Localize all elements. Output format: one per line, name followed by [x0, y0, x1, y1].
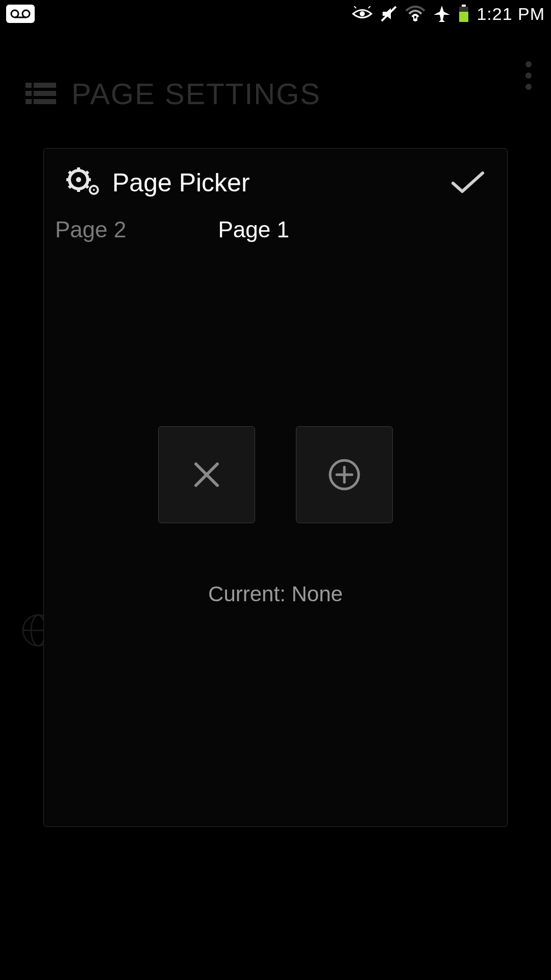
tab-page-1[interactable]: Page 1 — [218, 217, 289, 242]
tab-page-2[interactable]: Page 2 — [55, 217, 126, 242]
close-icon — [189, 457, 224, 493]
svg-rect-24 — [77, 188, 80, 192]
svg-rect-14 — [26, 91, 32, 96]
svg-rect-25 — [66, 178, 70, 181]
svg-point-0 — [11, 10, 18, 17]
svg-point-32 — [93, 189, 95, 191]
status-right: 1:21 PM — [352, 4, 545, 24]
list-icon — [26, 82, 56, 106]
voicemail-icon — [6, 5, 35, 23]
status-bar: 1:21 PM — [0, 0, 551, 28]
settings-gear-icon — [65, 167, 101, 198]
background-title: PAGE SETTINGS — [71, 77, 321, 111]
svg-rect-26 — [87, 178, 91, 181]
action-buttons — [158, 426, 393, 523]
wifi-icon — [405, 6, 425, 22]
svg-point-3 — [360, 11, 365, 16]
svg-rect-11 — [459, 12, 468, 22]
svg-line-5 — [368, 6, 370, 8]
page-picker-dialog: Page Picker Page 2 Page 1 — [43, 148, 508, 827]
background-header: PAGE SETTINGS — [0, 77, 551, 111]
eye-icon — [352, 6, 372, 21]
add-button[interactable] — [296, 426, 393, 523]
airplane-mode-icon — [433, 5, 451, 23]
svg-rect-23 — [77, 167, 80, 172]
svg-line-4 — [354, 6, 356, 8]
mute-icon — [380, 5, 398, 23]
status-left — [6, 5, 35, 23]
current-page-label: Current: None — [208, 582, 343, 606]
battery-icon — [458, 5, 469, 23]
dialog-title: Page Picker — [112, 168, 434, 198]
svg-rect-16 — [26, 99, 32, 104]
delete-button[interactable] — [158, 426, 255, 523]
dialog-header: Page Picker — [50, 149, 501, 212]
svg-point-22 — [76, 177, 81, 182]
svg-rect-15 — [34, 91, 56, 96]
svg-rect-13 — [34, 83, 56, 88]
page-area: Current: None — [50, 253, 501, 826]
status-clock: 1:21 PM — [477, 4, 545, 24]
svg-rect-17 — [34, 99, 56, 104]
svg-rect-12 — [26, 83, 32, 88]
plus-circle-icon — [327, 457, 362, 493]
svg-point-1 — [22, 10, 30, 17]
confirm-button[interactable] — [445, 164, 491, 202]
checkmark-icon — [450, 169, 486, 197]
svg-rect-9 — [462, 5, 466, 7]
page-tabs: Page 2 Page 1 — [50, 212, 501, 253]
